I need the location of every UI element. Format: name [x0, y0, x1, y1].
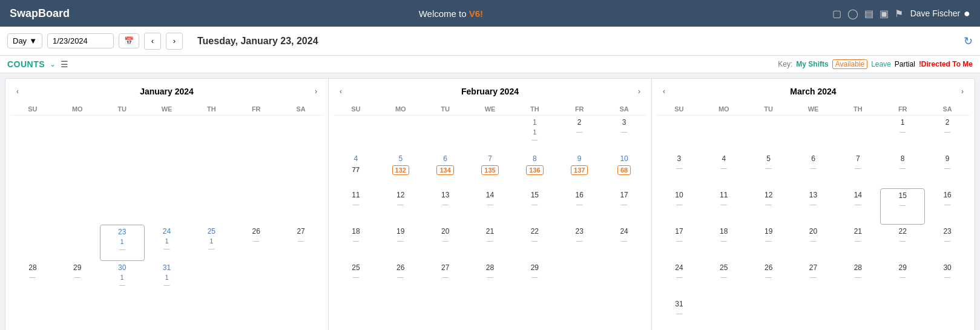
month-prev-1[interactable]: ‹	[336, 86, 346, 97]
cal-cell[interactable]: 25—	[334, 261, 378, 297]
grid-icon[interactable]: ▤	[864, 8, 873, 19]
cal-cell[interactable]: 6134	[423, 152, 468, 188]
cal-cell[interactable]: 19—	[746, 225, 791, 261]
cal-cell[interactable]: 24—	[602, 225, 646, 261]
prev-date-button[interactable]: ‹	[144, 33, 161, 50]
cal-cell[interactable]: 251—	[189, 225, 234, 261]
cal-cell[interactable]: 12—	[746, 188, 791, 225]
cal-cell	[10, 116, 55, 152]
cal-cell[interactable]: 7—	[835, 152, 880, 188]
cal-cell[interactable]: 14—	[835, 188, 880, 225]
cal-cell[interactable]: 4—	[702, 152, 746, 188]
cal-cell[interactable]: 21—	[468, 225, 513, 261]
cal-cell[interactable]: 22—	[512, 225, 557, 261]
calendar-picker-button[interactable]: 📅	[119, 33, 139, 48]
cal-cell[interactable]: 26—	[234, 225, 278, 261]
flag-icon[interactable]: ⚑	[895, 8, 903, 19]
cal-cell[interactable]: 16—	[925, 188, 970, 225]
cal-cell[interactable]: 6—	[791, 152, 836, 188]
cal-cell[interactable]: 31—	[657, 297, 702, 330]
cal-cell[interactable]: 15—	[880, 188, 925, 225]
next-date-button[interactable]: ›	[166, 33, 183, 50]
date-input[interactable]	[47, 33, 114, 48]
month-next-0[interactable]: ›	[311, 86, 321, 97]
cal-cell[interactable]: 29—	[512, 261, 557, 297]
cal-cell[interactable]: 29—	[55, 261, 100, 297]
cal-cell[interactable]: 8136	[512, 152, 557, 188]
cal-cell[interactable]: 23—	[925, 225, 970, 261]
user-menu[interactable]: Dave Fischer ●	[910, 7, 970, 20]
calendar-icon[interactable]: ▢	[832, 8, 841, 19]
month-prev-2[interactable]: ‹	[659, 86, 669, 97]
view-selector[interactable]: Day ▼	[7, 33, 42, 48]
clock-icon[interactable]: ◯	[847, 8, 858, 19]
cal-cell[interactable]: 28—	[835, 261, 880, 297]
counts-toggle[interactable]: COUNTS	[7, 59, 45, 69]
cal-cell[interactable]: 24—	[657, 261, 702, 297]
cal-cell[interactable]: 11—	[334, 188, 378, 225]
month-next-1[interactable]: ›	[634, 86, 644, 97]
cal-cell[interactable]: 241—	[145, 225, 189, 261]
cal-cell[interactable]: 25—	[702, 261, 746, 297]
day-dash: —	[531, 274, 538, 280]
cal-cell[interactable]: 29—	[880, 261, 925, 297]
cal-cell[interactable]: 17—	[657, 225, 702, 261]
cal-cell[interactable]: 27—	[791, 261, 836, 297]
cal-cell[interactable]: 2—	[557, 116, 602, 152]
square-x-icon[interactable]: ▣	[880, 8, 889, 19]
list-icon[interactable]: ☰	[61, 59, 68, 69]
cal-cell[interactable]: 1068	[602, 152, 646, 188]
cal-cell[interactable]: 5—	[746, 152, 791, 188]
cal-cell[interactable]: 3—	[657, 152, 702, 188]
cal-cell[interactable]: 26—	[378, 261, 423, 297]
cal-cell	[378, 116, 423, 152]
cal-cell[interactable]: 9137	[557, 152, 602, 188]
cal-cell[interactable]: 1—	[880, 116, 925, 152]
cal-cell[interactable]: 3—	[602, 116, 646, 152]
cal-cell[interactable]: 23—	[557, 225, 602, 261]
cal-cell[interactable]: 14—	[468, 188, 513, 225]
cal-cell[interactable]: 231—	[100, 225, 145, 261]
cal-cell[interactable]: 12—	[378, 188, 423, 225]
cal-cell[interactable]: 18—	[702, 225, 746, 261]
cal-cell[interactable]: 18—	[334, 225, 378, 261]
cal-cell[interactable]: 301—	[100, 261, 145, 297]
cal-cell[interactable]: 15—	[512, 188, 557, 225]
cal-cell[interactable]: 30—	[925, 261, 970, 297]
dow-header: TH	[835, 103, 880, 116]
cal-cell[interactable]: 22—	[880, 225, 925, 261]
cal-cell[interactable]: 20—	[791, 225, 836, 261]
cal-cell[interactable]: 13—	[791, 188, 836, 225]
cal-cell[interactable]: 26—	[746, 261, 791, 297]
cal-cell[interactable]: 21—	[835, 225, 880, 261]
day-count: 1	[120, 274, 124, 281]
cal-cell[interactable]: 28—	[468, 261, 513, 297]
cal-cell[interactable]: 2—	[925, 116, 970, 152]
cal-cell[interactable]: 16—	[557, 188, 602, 225]
month-prev-0[interactable]: ‹	[13, 86, 22, 97]
cal-cell[interactable]: 20—	[423, 225, 468, 261]
cal-cell[interactable]: 9—	[925, 152, 970, 188]
day-count: 1	[120, 238, 124, 245]
day-dash: —	[208, 245, 214, 252]
cal-cell	[55, 188, 100, 225]
cal-cell[interactable]: 11—	[512, 116, 557, 152]
cal-cell[interactable]: 19—	[378, 225, 423, 261]
cal-cell[interactable]: 477	[334, 152, 378, 188]
cal-cell[interactable]: 7135	[468, 152, 513, 188]
day-dash: —	[899, 165, 906, 171]
cal-cell[interactable]: 27—	[278, 225, 323, 261]
cal-cell[interactable]: 311—	[145, 261, 189, 297]
month-next-2[interactable]: ›	[958, 86, 967, 97]
cal-cell[interactable]: 5132	[378, 152, 423, 188]
version-label: V6!	[469, 8, 483, 19]
cal-cell[interactable]: 13—	[423, 188, 468, 225]
cal-cell[interactable]: 11—	[702, 188, 746, 225]
cal-cell[interactable]: 28—	[10, 261, 55, 297]
cal-cell[interactable]: 10—	[657, 188, 702, 225]
refresh-button[interactable]: ↻	[964, 35, 973, 48]
day-dash: —	[855, 237, 861, 244]
cal-cell[interactable]: 27—	[423, 261, 468, 297]
cal-cell[interactable]: 8—	[880, 152, 925, 188]
cal-cell[interactable]: 17—	[602, 188, 646, 225]
